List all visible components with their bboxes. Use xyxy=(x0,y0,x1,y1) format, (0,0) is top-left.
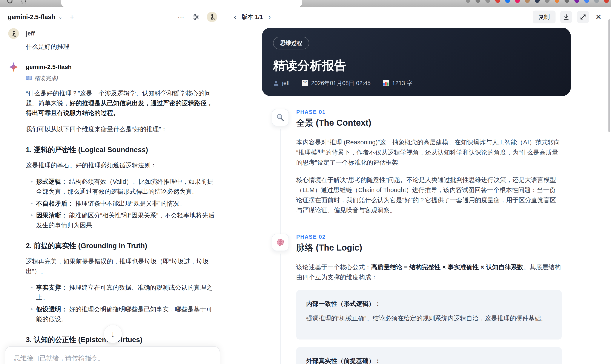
report-datetime: 17 2026年01月08日 02:45 xyxy=(302,79,371,87)
copy-button[interactable]: 复制 xyxy=(533,11,556,23)
report-document[interactable]: 思维过程 精读分析报告 jeff 17 2026年01月08日 02:45 xyxy=(262,28,571,364)
section-heading: 1. 逻辑的严密性 (Logical Soundness) xyxy=(26,144,216,155)
new-chat-button[interactable]: + xyxy=(70,13,74,21)
url-bar[interactable] xyxy=(61,0,302,7)
assistant-status-text: 精读完成! xyxy=(34,75,58,82)
card-body: 强调推理的“机械正确”。结论必须在给定的规则系统内逻辑自洽，这是推理的硬件基础。 xyxy=(306,313,552,324)
phase-label: PHASE 01 xyxy=(296,109,571,115)
card-title: 内部一致性（形式逻辑）： xyxy=(306,299,552,309)
composer-input[interactable]: 思维接口已就绪，请传输指令。 xyxy=(14,354,211,363)
chat-panel: gemini-2.5-flash ⌄ + ⋯ xyxy=(0,7,225,364)
model-selector[interactable]: gemini-2.5-flash xyxy=(8,13,55,21)
artifact-panel: ‹ 版本 1/1 › 复制 ✕ 思维过程 精读分析报告 xyxy=(225,7,611,364)
card-title: 外部真实性（前提基础）： xyxy=(306,356,552,364)
assistant-status: 精读完成! xyxy=(26,75,215,82)
list-item: 形式逻辑： 结构必须有效（Valid）。比如演绎推理中，如果前提全部为真，那么通… xyxy=(26,177,216,197)
extension-icon[interactable] xyxy=(495,0,500,3)
extension-icon[interactable] xyxy=(604,0,609,3)
magnifier-icon xyxy=(272,109,289,126)
list-item: 假设透明： 好的推理会明确指明哪些是已知事实，哪些是基于可能的假设。 xyxy=(26,304,216,324)
report-author: jeff xyxy=(273,80,290,87)
message-composer[interactable]: 思维接口已就绪，请传输指令。 xyxy=(5,346,220,364)
report-hero-card: 思维过程 精读分析报告 jeff 17 2026年01月08日 02:45 xyxy=(262,28,571,96)
extension-icons-row xyxy=(466,0,609,3)
download-icon[interactable] xyxy=(560,11,572,23)
section-heading: 2. 前提的真实性 (Grounding in Truth) xyxy=(26,240,216,251)
book-icon xyxy=(26,76,32,81)
artifact-toolbar: ‹ 版本 1/1 › 复制 ✕ xyxy=(225,7,611,27)
gemini-star-icon xyxy=(8,62,19,72)
extension-icon[interactable] xyxy=(584,0,589,3)
extension-icon[interactable] xyxy=(485,0,490,3)
browser-nav-icon[interactable] xyxy=(7,0,13,3)
user-message: jeff 什么是好的推理 xyxy=(8,28,215,52)
assistant-name: gemini-2.5-flash xyxy=(26,64,72,70)
phase-paragraph: 该论述基于一个核心公式：高质量结论 = 结构完整性 × 事实准确性 × 认知自律… xyxy=(296,262,562,282)
chat-message-list[interactable]: jeff 什么是好的推理 xyxy=(0,27,225,364)
brain-icon xyxy=(272,234,289,251)
report-title: 精读分析报告 xyxy=(273,58,560,74)
phase-section-2: PHASE 02 脉络 (The Logic) 该论述基于一个核心公式：高质量结… xyxy=(262,234,571,364)
report-word-count: 1213 字 xyxy=(383,79,412,87)
user-name: jeff xyxy=(26,30,35,37)
extension-icon[interactable] xyxy=(515,0,520,3)
version-next-icon[interactable]: › xyxy=(268,13,271,21)
chevron-down-icon[interactable]: ⌄ xyxy=(58,14,63,20)
list-item: 事实支撑： 推理建立在可靠的数据、准确的观测或公认的真理之上。 xyxy=(26,283,216,302)
assistant-message: gemini-2.5-flash 精读完成! “什么是好的推理？”这是一个涉及逻… xyxy=(8,62,215,364)
extension-icon[interactable] xyxy=(594,0,599,3)
dimension-card-1: 内部一致性（形式逻辑）： 强调推理的“机械正确”。结论必须在给定的规则系统内逻辑… xyxy=(296,290,562,339)
extension-icon[interactable] xyxy=(545,0,549,3)
browser-toolbar xyxy=(0,0,611,7)
extension-icon[interactable] xyxy=(466,0,470,3)
timeline-connector xyxy=(280,254,281,364)
phase-title: 脉络 (The Logic) xyxy=(296,242,571,254)
extension-icon[interactable] xyxy=(565,0,569,3)
list-item: 因果清晰： 能准确区分“相关性”和“因果关系”，不会轻率地将先后发生的事情归为因… xyxy=(26,211,216,230)
report-badge: 思维过程 xyxy=(273,37,309,49)
scroll-to-bottom-button[interactable]: ↓ xyxy=(104,325,122,343)
dimension-card-2: 外部真实性（前提基础）： 强调推理的“经验校准”。解决“GIGO（垃圾进，垃圾出… xyxy=(296,347,562,364)
phase-section-1: PHASE 01 全景 (The Context) 本内容是对“推理 (Reas… xyxy=(262,109,571,215)
extension-icon[interactable] xyxy=(555,0,559,3)
assistant-message-text: “什么是好的推理？”这是一个涉及逻辑学、认知科学和哲学核心的问题。简单来说，好的… xyxy=(26,89,216,364)
extension-icon[interactable] xyxy=(476,0,480,3)
bar-chart-icon xyxy=(383,80,389,86)
close-icon[interactable]: ✕ xyxy=(596,13,602,21)
person-icon xyxy=(273,80,279,86)
user-avatar xyxy=(8,28,19,39)
browser-apps-icon[interactable] xyxy=(21,0,26,3)
user-message-text: 什么是好的推理 xyxy=(26,42,216,52)
timeline-connector xyxy=(280,129,281,234)
version-label: 版本 1/1 xyxy=(242,13,263,21)
extension-icon[interactable] xyxy=(574,0,579,3)
avatar[interactable] xyxy=(207,12,217,22)
phase-paragraph: 本内容是对“推理 (Reasoning)”这一抽象概念的高层建模。在知识爆炸与人… xyxy=(296,137,562,168)
scrollbar-thumb[interactable] xyxy=(608,19,610,132)
chat-header: gemini-2.5-flash ⌄ + ⋯ xyxy=(0,7,225,27)
calendar-icon: 17 xyxy=(302,80,308,86)
list-item: 不自相矛盾： 推理链条中不能出现“既是又非”的情况。 xyxy=(26,199,216,209)
more-menu-icon[interactable]: ⋯ xyxy=(178,13,185,21)
extension-icon[interactable] xyxy=(505,0,510,3)
extension-icon[interactable] xyxy=(525,0,530,3)
phase-label: PHASE 02 xyxy=(296,234,571,240)
version-prev-icon[interactable]: ‹ xyxy=(234,13,236,21)
extension-icon[interactable] xyxy=(535,0,540,3)
settings-sliders-icon[interactable] xyxy=(192,13,199,21)
fullscreen-icon[interactable] xyxy=(577,11,589,23)
phase-paragraph: 核心情境在于解决“思考的随意性”问题。不论是人类通过批判性思维进行决策，还是大语… xyxy=(296,175,562,215)
phase-title: 全景 (The Context) xyxy=(296,117,571,129)
